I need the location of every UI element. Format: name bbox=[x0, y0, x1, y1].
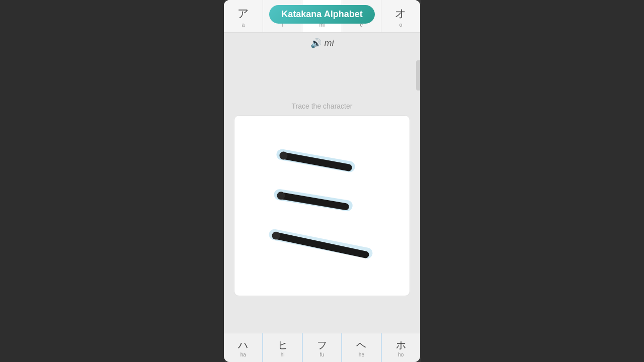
bottom-romaji-fu: fu bbox=[320, 352, 324, 357]
background-left bbox=[0, 0, 225, 362]
phone-app: ア a イ i ミ mi エ e オ o Katakana Alphabet bbox=[224, 0, 420, 362]
katakana-banner: Katakana Alphabet bbox=[269, 5, 374, 24]
current-romaji: mi bbox=[325, 38, 334, 49]
bottom-char-fu[interactable]: フ fu bbox=[303, 333, 342, 362]
bottom-kana-he: ヘ bbox=[356, 338, 366, 352]
top-bar: ア a イ i ミ mi エ e オ o Katakana Alphabet bbox=[224, 0, 420, 33]
trace-instruction: Trace the character bbox=[224, 98, 420, 115]
stroke-canvas bbox=[234, 116, 410, 296]
bottom-char-hi[interactable]: ヒ hi bbox=[263, 333, 302, 362]
svg-point-8 bbox=[272, 232, 280, 240]
drawing-area[interactable] bbox=[234, 115, 410, 296]
svg-point-5 bbox=[277, 192, 285, 200]
background-right bbox=[421, 0, 644, 362]
char-romaji-o: o bbox=[399, 22, 403, 28]
char-tab-o[interactable]: オ o bbox=[381, 0, 420, 32]
bottom-kana-hi: ヒ bbox=[278, 338, 288, 352]
bottom-romaji-hi: hi bbox=[281, 352, 285, 357]
bottom-romaji-ho: ho bbox=[398, 352, 404, 357]
bottom-bar: ハ ha ヒ hi フ fu ヘ he ホ ho bbox=[224, 333, 420, 362]
bottom-char-he[interactable]: ヘ he bbox=[342, 333, 381, 362]
bottom-char-ho[interactable]: ホ ho bbox=[382, 333, 420, 362]
char-kana-o: オ bbox=[395, 6, 407, 21]
bottom-kana-fu: フ bbox=[317, 338, 327, 352]
char-display-area bbox=[224, 53, 420, 98]
right-indicator bbox=[416, 60, 420, 90]
speaker-icon[interactable]: 🔊 bbox=[310, 38, 321, 49]
bottom-kana-ha: ハ bbox=[238, 338, 248, 352]
pronunciation-row: 🔊 mi bbox=[224, 33, 420, 53]
bottom-romaji-ha: ha bbox=[240, 352, 246, 357]
char-tab-a[interactable]: ア a bbox=[224, 0, 263, 32]
char-kana-a: ア bbox=[237, 6, 249, 21]
char-romaji-a: a bbox=[242, 22, 245, 28]
bottom-char-ha[interactable]: ハ ha bbox=[224, 333, 263, 362]
svg-point-2 bbox=[279, 152, 287, 160]
bottom-kana-ho: ホ bbox=[396, 338, 406, 352]
bottom-romaji-he: he bbox=[359, 352, 364, 357]
